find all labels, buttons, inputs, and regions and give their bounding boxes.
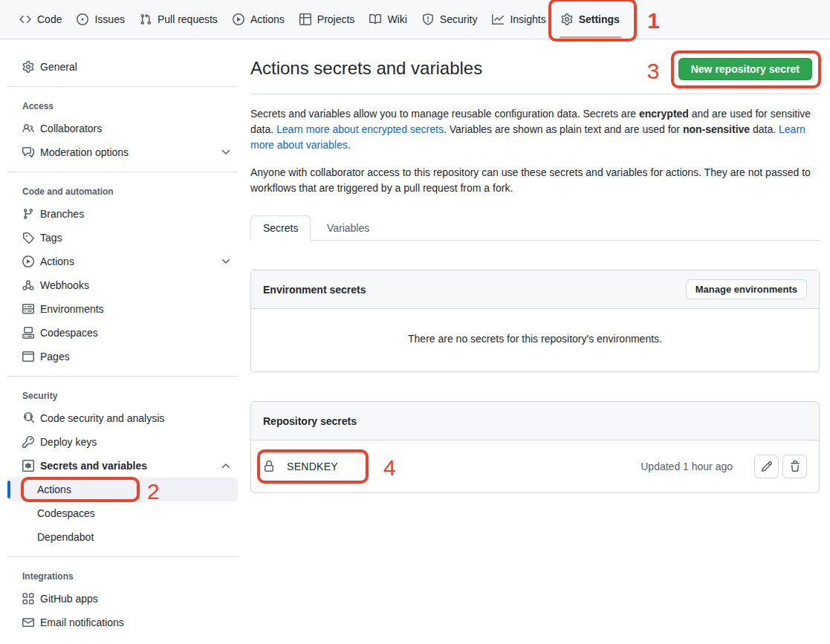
- link-encrypted-secrets[interactable]: Learn more about encrypted secrets: [276, 123, 444, 135]
- tab-code[interactable]: Code: [12, 7, 69, 31]
- sidebar-item-webhooks[interactable]: Webhooks: [7, 273, 238, 297]
- sidebar-divider: [7, 556, 238, 557]
- git-branch-icon: [22, 208, 34, 220]
- tab-label: Issues: [94, 13, 124, 25]
- tab-pull-requests[interactable]: Pull requests: [132, 7, 225, 31]
- edit-secret-button[interactable]: [754, 455, 779, 478]
- sidebar-divider: [7, 376, 238, 377]
- play-icon: [233, 13, 244, 25]
- tab-security[interactable]: Security: [415, 7, 485, 31]
- tab-label: Insights: [510, 13, 545, 25]
- codespaces-icon: [22, 327, 34, 339]
- sidebar-item-pages[interactable]: Pages: [7, 345, 238, 368]
- mail-icon: [22, 617, 34, 628]
- sidebar-item-branches[interactable]: Branches: [7, 202, 238, 226]
- sidebar-item-label: Webhooks: [40, 279, 232, 291]
- comment-discussion-icon: [22, 146, 34, 158]
- key-asterisk-icon: [22, 460, 34, 472]
- chevron-up-icon: [220, 460, 232, 472]
- tab-label: Code: [37, 13, 62, 25]
- sidebar-item-email-notifications[interactable]: Email notifications: [7, 611, 238, 634]
- annotation-label-1: 1: [647, 10, 660, 32]
- annotation-label-3: 3: [647, 60, 660, 82]
- annotation-label-4: 4: [383, 457, 396, 479]
- chevron-down-icon: [220, 256, 232, 267]
- play-icon: [22, 256, 34, 267]
- pencil-icon: [761, 461, 773, 472]
- tab-projects[interactable]: Projects: [292, 7, 363, 31]
- tab-settings[interactable]: Settings 1: [554, 7, 627, 31]
- code-icon: [19, 13, 31, 25]
- sidebar-item-label: Code security and analysis: [40, 412, 232, 424]
- issue-opened-icon: [77, 13, 88, 25]
- sidebar-item-environments[interactable]: Environments: [7, 297, 238, 321]
- selected-item-accent-bar: [7, 481, 10, 498]
- annotation-label-2: 2: [147, 481, 160, 503]
- sidebar-item-secrets-dependabot[interactable]: Dependabot: [7, 525, 238, 549]
- sidebar-item-secrets-actions[interactable]: Actions 2: [7, 478, 238, 501]
- sidebar-item-general[interactable]: General: [7, 55, 238, 79]
- sidebar-section-code-and-automation: Code and automation: [7, 180, 238, 202]
- github-settings-page: Code Issues Pull requests Actions Projec…: [0, 0, 830, 644]
- settings-sidebar: General Access Collaborators Moderation …: [0, 40, 245, 634]
- sidebar-section-security: Security: [7, 384, 238, 406]
- sidebar-item-secrets-codespaces[interactable]: Codespaces: [7, 501, 238, 525]
- git-pull-request-icon: [140, 13, 152, 25]
- sidebar-item-label: GitHub apps: [40, 593, 232, 605]
- shield-icon: [422, 13, 434, 25]
- tab-label: Projects: [317, 13, 355, 25]
- tab-variables[interactable]: Variables: [314, 215, 382, 241]
- codescan-icon: [22, 412, 34, 424]
- environment-secrets-header: Environment secrets Manage environments: [251, 270, 819, 309]
- tab-insights[interactable]: Insights: [484, 7, 553, 31]
- repo-tab-nav: Code Issues Pull requests Actions Projec…: [0, 0, 830, 39]
- sidebar-item-deploy-keys[interactable]: Deploy keys: [7, 430, 238, 454]
- sidebar-item-label: Pages: [40, 351, 232, 362]
- sidebar-item-label: Actions: [40, 256, 214, 267]
- sidebar-item-label: Secrets and variables: [40, 460, 214, 472]
- sidebar-item-secrets-and-variables[interactable]: Secrets and variables: [7, 454, 238, 478]
- page-title: Actions secrets and variables: [250, 58, 482, 79]
- sidebar-item-tags[interactable]: Tags: [7, 226, 238, 250]
- tab-issues[interactable]: Issues: [69, 7, 132, 31]
- webhook-icon: [22, 279, 34, 291]
- sidebar-item-actions[interactable]: Actions: [7, 250, 238, 273]
- sidebar-item-codespaces[interactable]: Codespaces: [7, 321, 238, 345]
- sidebar-item-label: Codespaces: [37, 507, 232, 519]
- new-repository-secret-button[interactable]: New repository secret: [678, 58, 812, 80]
- active-tab-underline: [560, 36, 621, 38]
- sidebar-item-label: Email notifications: [40, 617, 232, 628]
- secrets-variables-tabnav: Secrets Variables: [250, 215, 820, 241]
- page-header: Actions secrets and variables New reposi…: [250, 58, 820, 94]
- key-icon: [22, 436, 34, 448]
- manage-environments-button[interactable]: Manage environments: [686, 279, 807, 299]
- tag-icon: [22, 232, 34, 244]
- gear-icon: [561, 13, 573, 25]
- chevron-down-icon: [220, 146, 232, 158]
- trash-icon: [789, 461, 801, 472]
- delete-secret-button[interactable]: [782, 455, 807, 478]
- intro-text: . Variables are shown as plain text and …: [444, 123, 683, 135]
- sidebar-item-label: Branches: [40, 208, 232, 220]
- sidebar-item-moderation-options[interactable]: Moderation options: [7, 140, 238, 164]
- tab-actions[interactable]: Actions: [225, 7, 292, 31]
- intro-bold-encrypted: encrypted: [639, 108, 689, 120]
- sidebar-item-label: Actions: [37, 484, 232, 495]
- environment-secrets-title: Environment secrets: [263, 284, 366, 296]
- lock-icon: [263, 461, 275, 472]
- sidebar-item-code-security[interactable]: Code security and analysis: [7, 406, 238, 430]
- tab-label: Actions: [250, 13, 285, 25]
- tab-wiki[interactable]: Wiki: [362, 7, 414, 31]
- tab-secrets[interactable]: Secrets: [250, 215, 311, 241]
- sidebar-item-github-apps[interactable]: GitHub apps: [7, 587, 238, 611]
- people-icon: [22, 123, 34, 134]
- browser-icon: [22, 351, 34, 362]
- main-content: Actions secrets and variables New reposi…: [250, 40, 820, 493]
- sidebar-section-integrations: Integrations: [7, 565, 238, 587]
- sidebar-section-access: Access: [7, 94, 238, 117]
- sidebar-item-label: Environments: [40, 303, 232, 315]
- secret-updated-timestamp: Updated 1 hour ago: [641, 461, 733, 472]
- sidebar-item-collaborators[interactable]: Collaborators: [7, 117, 238, 140]
- tab-label: Settings: [579, 13, 620, 25]
- intro-paragraph: Secrets and variables allow you to manag…: [250, 106, 820, 153]
